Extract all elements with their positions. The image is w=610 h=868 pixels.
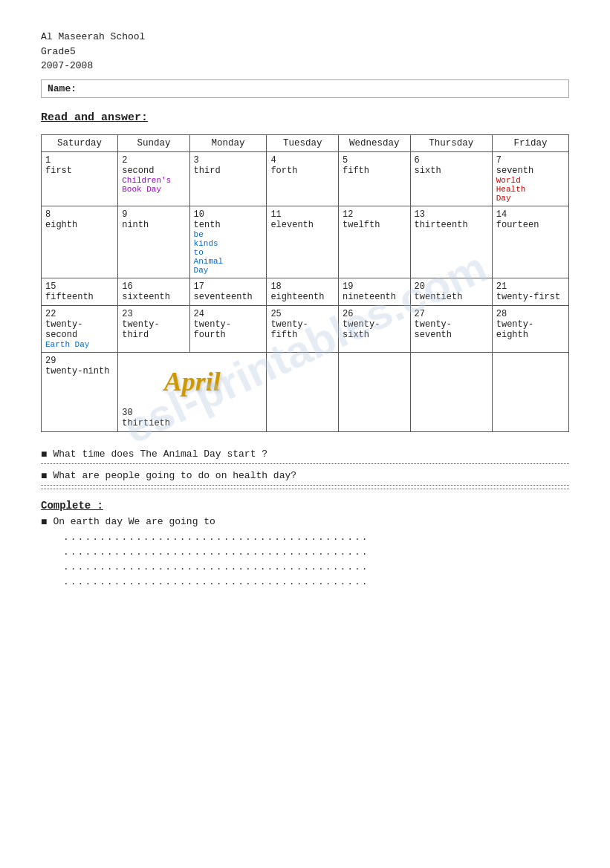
question-2-item: ■ What are people going to do on health …	[41, 470, 569, 482]
complete-section: Complete : ■ On earth day We are going t…	[41, 500, 569, 587]
day-ordinal-30: thirtieth	[122, 418, 262, 428]
calendar-cell-r3c4: 26twenty-sixth	[339, 305, 411, 352]
day-ordinal: twentieth	[415, 292, 488, 302]
day-ordinal: fifth	[343, 166, 406, 176]
day-ordinal: seventh	[496, 166, 565, 176]
day-num: 24	[194, 309, 263, 319]
day-num-30: 30	[122, 408, 262, 418]
complete-item-1: ■ On earth day We are going to	[41, 516, 569, 528]
calendar-cell-r2c0: 15fifteenth	[42, 278, 118, 305]
name-label: Name:	[48, 83, 77, 94]
day-num: 6	[415, 155, 488, 166]
calendar-cell-r3c5: 27twenty-seventh	[410, 305, 492, 352]
day-ordinal: twenty-sixth	[343, 319, 406, 340]
section-title: Read and answer:	[41, 111, 569, 124]
day-num: 1	[45, 155, 114, 166]
day-num: 2	[122, 155, 185, 166]
dotted-line-2a	[41, 485, 569, 486]
day-ordinal: twenty-first	[496, 292, 565, 302]
dots-row-3: ........................................…	[63, 561, 569, 572]
question-1-text: What time does The Animal Day start ?	[53, 448, 267, 460]
day-ordinal: eighteenth	[270, 292, 334, 302]
day-ordinal: sixth	[415, 166, 488, 176]
calendar-cell-r3c1: 23twenty-third	[118, 305, 189, 352]
calendar-cell-r0c5: 6sixth	[410, 151, 492, 206]
calendar-cell-r3c3: 25twenty-fifth	[267, 305, 339, 352]
col-tuesday: Tuesday	[267, 134, 339, 151]
day-ordinal: twenty-fourth	[194, 319, 263, 340]
day-event: Children's Book Day	[122, 176, 185, 194]
day-ordinal: forth	[270, 166, 334, 176]
day-num: 18	[270, 281, 334, 292]
calendar-cell-r2c5: 20twentieth	[410, 278, 492, 305]
calendar-cell-r1c3: 11eleventh	[267, 206, 339, 278]
day-num: 4	[270, 155, 334, 166]
day-ordinal: seventeenth	[194, 292, 263, 302]
calendar-cell-r1c2: 10tenthbe kinds to Animal Day	[189, 206, 267, 278]
calendar-cell-r2c2: 17seventeenth	[189, 278, 267, 305]
col-monday: Monday	[189, 134, 267, 151]
day-ordinal: nineteenth	[343, 292, 406, 302]
day-num: 28	[496, 309, 565, 319]
day-num: 29	[45, 356, 114, 366]
col-thursday: Thursday	[410, 134, 492, 151]
day-ordinal: twenty-seventh	[415, 319, 488, 340]
day-num: 5	[343, 155, 406, 166]
day-num: 14	[496, 209, 565, 220]
calendar-cell-last-empty-0	[267, 352, 339, 431]
calendar-cell-r2c4: 19nineteenth	[339, 278, 411, 305]
calendar-cell-r0c1: 2secondChildren's Book Day	[118, 151, 189, 206]
calendar-cell-r3c6: 28twenty-eighth	[492, 305, 568, 352]
day-num: 23	[122, 309, 185, 319]
calendar-cell-r1c1: 9ninth	[118, 206, 189, 278]
day-ordinal: thirteenth	[415, 220, 488, 230]
day-ordinal: twenty-ninth	[45, 366, 114, 376]
school-name: Al Maseerah School	[41, 30, 569, 45]
calendar-cell-last-sun: April30thirtieth	[118, 352, 267, 431]
day-num: 21	[496, 281, 565, 292]
day-ordinal: twenty-eighth	[496, 319, 565, 340]
col-wednesday: Wednesday	[339, 134, 411, 151]
day-num: 9	[122, 209, 185, 220]
day-num: 11	[270, 209, 334, 220]
day-ordinal: eleventh	[270, 220, 334, 230]
calendar-cell-r0c0: 1first	[42, 151, 118, 206]
day-num: 25	[270, 309, 334, 319]
day-num: 17	[194, 281, 263, 292]
day-ordinal: fifteenth	[45, 292, 114, 302]
day-num: 22	[45, 309, 114, 319]
col-friday: Friday	[492, 134, 568, 151]
calendar-cell-r2c6: 21twenty-first	[492, 278, 568, 305]
col-saturday: Saturday	[42, 134, 118, 151]
day-ordinal: ninth	[122, 220, 185, 230]
day-num: 13	[415, 209, 488, 220]
bullet-1: ■	[41, 448, 47, 460]
day-event: be kinds to Animal Day	[194, 230, 263, 275]
day-num: 12	[343, 209, 406, 220]
day-ordinal: sixteenth	[122, 292, 185, 302]
calendar-cell-r3c0: 22twenty-secondEarth Day	[42, 305, 118, 352]
day-num: 20	[415, 281, 488, 292]
day-ordinal: fourteen	[496, 220, 565, 230]
calendar-cell-r1c5: 13thirteenth	[410, 206, 492, 278]
calendar-cell-r2c1: 16sixteenth	[118, 278, 189, 305]
calendar-table: Saturday Sunday Monday Tuesday Wednesday…	[41, 134, 569, 432]
day-num: 15	[45, 281, 114, 292]
year: 2007-2008	[41, 59, 569, 74]
questions-section: ■ What time does The Animal Day start ? …	[41, 448, 569, 489]
day-ordinal: twelfth	[343, 220, 406, 230]
col-sunday: Sunday	[118, 134, 189, 151]
day-ordinal: first	[45, 166, 114, 176]
dots-row-2: ........................................…	[63, 546, 569, 558]
calendar-cell-r0c3: 4forth	[267, 151, 339, 206]
calendar-cell-last-empty-3	[492, 352, 568, 431]
grade: Grade5	[41, 45, 569, 59]
calendar-cell-last-empty-2	[410, 352, 492, 431]
question-1-item: ■ What time does The Animal Day start ?	[41, 448, 569, 460]
april-decoration: April	[122, 356, 262, 408]
day-event: Earth Day	[45, 340, 114, 349]
day-num: 27	[415, 309, 488, 319]
calendar-cell-r0c6: 7seventhWorld Health Day	[492, 151, 568, 206]
complete-title: Complete :	[41, 500, 569, 512]
day-ordinal: third	[194, 166, 263, 176]
